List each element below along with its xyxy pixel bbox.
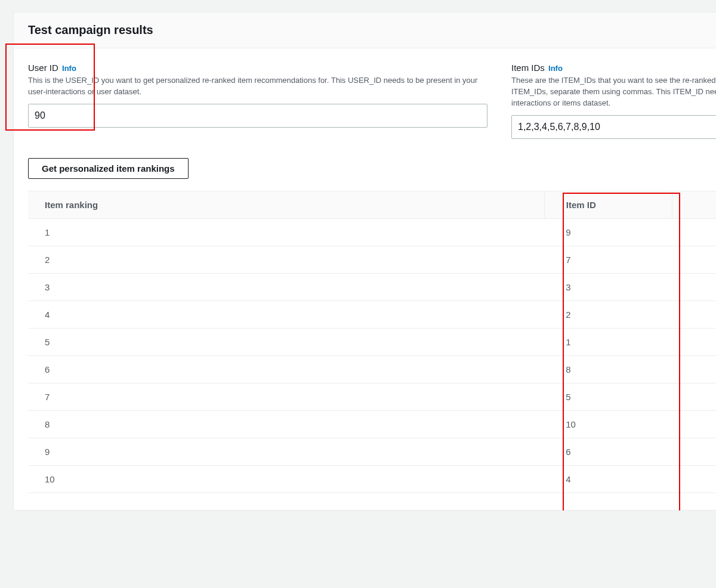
cell-extra	[672, 465, 716, 493]
user-id-input[interactable]	[28, 104, 487, 128]
cell-extra	[672, 328, 716, 355]
results-table-wrap: Item ranking Item ID 1927334251687581096…	[28, 191, 716, 493]
test-campaign-panel: Test campaign results User ID Info This …	[13, 12, 716, 510]
cell-item-id: 9	[544, 218, 672, 246]
cell-rank: 6	[28, 355, 544, 383]
cell-item-id: 1	[544, 328, 672, 355]
cell-item-id: 2	[544, 301, 672, 328]
user-id-label-line: User ID Info	[28, 63, 487, 73]
cell-item-id: 6	[544, 438, 672, 465]
table-row: 33	[28, 273, 716, 301]
cell-rank: 4	[28, 301, 544, 328]
cell-rank: 10	[28, 465, 544, 493]
table-row: 96	[28, 438, 716, 465]
cell-extra	[672, 383, 716, 410]
cell-extra	[672, 355, 716, 383]
table-header-row: Item ranking Item ID	[28, 191, 716, 219]
cell-rank: 2	[28, 246, 544, 273]
field-row: User ID Info This is the USER_ID you wan…	[28, 63, 716, 139]
cell-item-id: 7	[544, 246, 672, 273]
cell-rank: 7	[28, 383, 544, 410]
action-row: Get personalized item rankings	[28, 158, 716, 179]
user-id-info-link[interactable]: Info	[62, 64, 76, 73]
item-ids-help: These are the ITEM_IDs that you want to …	[511, 75, 716, 109]
cell-extra	[672, 410, 716, 438]
user-id-label: User ID	[28, 63, 58, 73]
field-user-id: User ID Info This is the USER_ID you wan…	[28, 63, 487, 128]
item-ids-label-line: Item IDs Info	[511, 63, 716, 73]
table-row: 42	[28, 301, 716, 328]
cell-extra	[672, 218, 716, 246]
panel-header: Test campaign results	[14, 13, 716, 48]
cell-rank: 3	[28, 273, 544, 301]
cell-item-id: 5	[544, 383, 672, 410]
cell-item-id: 8	[544, 355, 672, 383]
field-item-ids: Item IDs Info These are the ITEM_IDs tha…	[511, 63, 716, 139]
cell-extra	[672, 273, 716, 301]
cell-extra	[672, 246, 716, 273]
item-ids-label: Item IDs	[511, 63, 545, 73]
table-row: 75	[28, 383, 716, 410]
page-title: Test campaign results	[28, 23, 716, 37]
table-row: 104	[28, 465, 716, 493]
cell-item-id: 3	[544, 273, 672, 301]
cell-rank: 1	[28, 218, 544, 246]
item-ids-input[interactable]	[511, 115, 716, 139]
col-header-rank[interactable]: Item ranking	[28, 191, 544, 219]
col-header-item-id[interactable]: Item ID	[544, 191, 672, 219]
col-header-extra	[672, 191, 716, 219]
table-row: 68	[28, 355, 716, 383]
cell-extra	[672, 438, 716, 465]
cell-item-id: 4	[544, 465, 672, 493]
cell-item-id: 10	[544, 410, 672, 438]
cell-rank: 9	[28, 438, 544, 465]
cell-rank: 8	[28, 410, 544, 438]
item-ids-info-link[interactable]: Info	[548, 64, 563, 73]
table-row: 51	[28, 328, 716, 355]
table-row: 27	[28, 246, 716, 273]
panel-body: User ID Info This is the USER_ID you wan…	[14, 48, 716, 510]
table-row: 810	[28, 410, 716, 438]
cell-extra	[672, 301, 716, 328]
get-rankings-button[interactable]: Get personalized item rankings	[28, 158, 189, 179]
results-table: Item ranking Item ID 1927334251687581096…	[28, 191, 716, 493]
user-id-help: This is the USER_ID you want to get pers…	[28, 75, 487, 98]
table-row: 19	[28, 218, 716, 246]
cell-rank: 5	[28, 328, 544, 355]
